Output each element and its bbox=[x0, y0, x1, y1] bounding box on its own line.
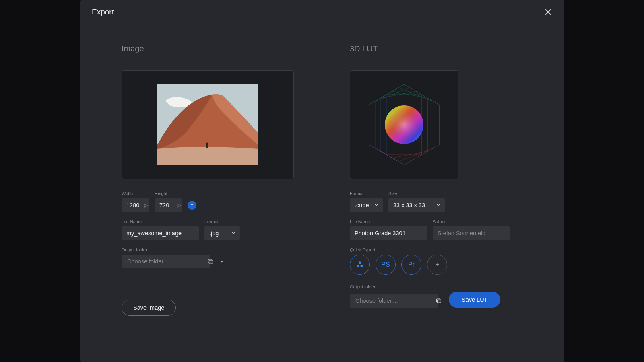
svg-point-2 bbox=[206, 142, 208, 144]
close-button[interactable] bbox=[543, 6, 554, 18]
svg-point-29 bbox=[385, 105, 423, 144]
height-input-wrap[interactable]: px bbox=[155, 198, 182, 212]
folder-copy-icon bbox=[436, 298, 441, 304]
width-label: Width bbox=[122, 191, 149, 196]
lut-author-label: Author bbox=[433, 219, 510, 224]
svg-point-31 bbox=[357, 265, 359, 267]
lut-filename-label: File Name bbox=[350, 219, 427, 224]
chevron-down-icon bbox=[220, 260, 223, 263]
chevron-down-icon bbox=[232, 232, 235, 234]
lut-heading: 3D LUT bbox=[350, 44, 540, 53]
dialog-title: Export bbox=[92, 8, 114, 16]
svg-line-19 bbox=[392, 151, 427, 158]
lut-author-field: Author bbox=[433, 219, 510, 240]
width-input-wrap[interactable]: px bbox=[122, 198, 149, 212]
aspect-lock-button[interactable] bbox=[188, 201, 196, 210]
column-divider bbox=[404, 70, 404, 202]
lut-size-label: Size bbox=[388, 191, 445, 196]
image-format-select[interactable]: .jpg bbox=[204, 226, 240, 240]
lut-author-wrap[interactable] bbox=[433, 226, 510, 240]
width-unit: px bbox=[144, 203, 149, 208]
svg-line-8 bbox=[381, 91, 416, 98]
image-filename-field: File Name bbox=[122, 219, 199, 240]
quick-export-resolve[interactable] bbox=[350, 255, 370, 275]
close-icon bbox=[545, 9, 551, 15]
lut-author-input[interactable] bbox=[438, 230, 505, 237]
lut-filename-wrap[interactable] bbox=[350, 226, 427, 240]
lut-filename-input[interactable] bbox=[355, 230, 422, 237]
davinci-resolve-icon bbox=[355, 260, 364, 269]
height-input[interactable] bbox=[159, 202, 175, 208]
height-field: Height px bbox=[155, 191, 182, 212]
folder-copy-icon bbox=[207, 259, 213, 264]
chevron-down-icon bbox=[437, 204, 440, 206]
lut-export-panel: 3D LUT bbox=[350, 44, 540, 316]
image-preview bbox=[157, 84, 258, 165]
image-output-field: Output folder bbox=[122, 247, 312, 268]
image-preview-frame bbox=[122, 70, 294, 179]
quick-export-row: PS Pr + bbox=[350, 255, 540, 275]
lut-size-select[interactable]: 33 x 33 x 33 bbox=[388, 198, 445, 212]
width-field: Width px bbox=[122, 191, 149, 212]
svg-rect-1 bbox=[206, 144, 208, 148]
image-output-folder[interactable] bbox=[122, 255, 210, 268]
save-image-button[interactable]: Save Image bbox=[122, 300, 176, 316]
dialog-titlebar: Export bbox=[80, 0, 564, 24]
lut-output-input[interactable] bbox=[355, 298, 431, 304]
link-icon bbox=[190, 203, 194, 207]
save-lut-button[interactable]: Save LUT bbox=[449, 292, 500, 308]
chevron-down-icon bbox=[375, 204, 378, 206]
svg-rect-4 bbox=[209, 260, 213, 263]
image-filename-label: File Name bbox=[122, 219, 199, 224]
svg-rect-34 bbox=[438, 300, 441, 303]
image-export-panel: Image Width px bbox=[122, 44, 312, 316]
lut-size-field: Size 33 x 33 x 33 bbox=[388, 191, 445, 212]
height-unit: px bbox=[177, 203, 182, 208]
lut-format-value: .cube bbox=[355, 202, 369, 208]
lut-format-select[interactable]: .cube bbox=[350, 198, 383, 212]
image-filename-wrap[interactable] bbox=[122, 226, 199, 240]
height-label: Height bbox=[155, 191, 182, 196]
width-input[interactable] bbox=[126, 202, 142, 208]
lut-filename-field: File Name bbox=[350, 219, 427, 240]
image-format-field: Format .jpg bbox=[204, 219, 240, 240]
image-format-label: Format bbox=[204, 219, 240, 224]
quick-export-add[interactable]: + bbox=[427, 255, 447, 275]
image-output-label: Output folder bbox=[122, 247, 312, 252]
quick-export-label: Quick Export bbox=[350, 247, 540, 252]
lut-format-field: Format .cube bbox=[350, 191, 383, 212]
image-filename-input[interactable] bbox=[126, 230, 194, 237]
lut-preview-frame bbox=[350, 70, 458, 179]
lut-output-folder[interactable] bbox=[350, 294, 438, 308]
lut-format-label: Format bbox=[350, 191, 383, 196]
lut-output-label: Output folder bbox=[350, 284, 540, 289]
svg-line-23 bbox=[381, 151, 392, 158]
image-heading: Image bbox=[122, 44, 312, 53]
quick-export-premiere[interactable]: Pr bbox=[401, 255, 421, 275]
export-dialog: Export Image bbox=[80, 0, 564, 362]
lut-size-value: 33 x 33 x 33 bbox=[393, 202, 425, 208]
svg-point-30 bbox=[359, 261, 361, 264]
lut-cube-preview bbox=[358, 78, 450, 171]
quick-export-photoshop[interactable]: PS bbox=[376, 255, 396, 275]
svg-point-32 bbox=[360, 265, 363, 267]
image-output-input[interactable] bbox=[127, 258, 203, 265]
image-format-value: .jpg bbox=[209, 230, 219, 237]
